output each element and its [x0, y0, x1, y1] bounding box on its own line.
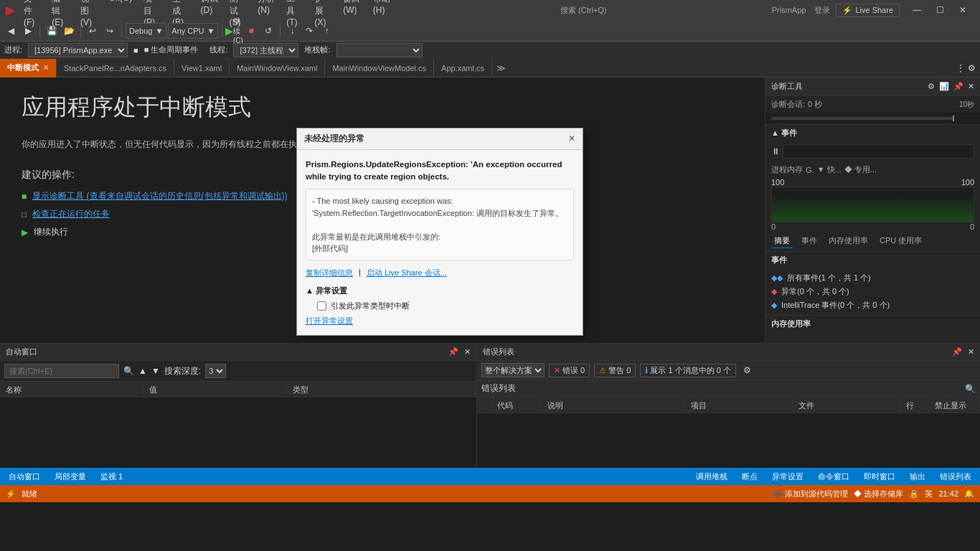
diag-settings-icon[interactable]: ⚙	[928, 82, 935, 91]
restart-button[interactable]: ↺	[260, 23, 276, 39]
info-count-badge[interactable]: ℹ 展示 1 个消息中的 0 个	[640, 364, 735, 377]
tab-command[interactable]: 命令窗口	[815, 470, 852, 484]
tab-stackpanel[interactable]: StackPanelRe...nAdapters.cs	[57, 59, 174, 77]
tab-output[interactable]: 输出	[907, 470, 928, 484]
notification-icon[interactable]: 🔔	[964, 489, 974, 499]
pause-icon[interactable]: ⏸	[771, 146, 780, 156]
sort-down-icon[interactable]: ▼	[151, 366, 160, 376]
exception-title: Prism.Regions.UpdateRegionsException: 'A…	[306, 159, 574, 184]
step-over-button[interactable]: ↷	[301, 23, 317, 39]
errors-pin[interactable]: 📌	[952, 347, 962, 357]
diag-tabs: 摘要 事件 内存使用率 CPU 使用率	[765, 231, 980, 251]
step-out-button[interactable]: ↑	[319, 23, 334, 39]
step-into-button[interactable]: ↓	[284, 23, 300, 39]
tab-view1[interactable]: View1.xaml	[174, 59, 230, 77]
tab-break-mode[interactable]: 中断模式 ✕	[0, 59, 57, 77]
close-button[interactable]: ✕	[951, 0, 974, 20]
depth-select[interactable]: 3	[205, 364, 226, 378]
forward-button[interactable]: ▶	[20, 23, 36, 39]
process-select[interactable]: [13956] PrismApp.exe	[28, 43, 128, 57]
dialog-title-bar: 未经处理的异常 ✕	[297, 128, 583, 150]
errors-search-icon[interactable]: 🔍	[965, 384, 976, 394]
open-exception-settings-link[interactable]: 打开异常设置	[306, 316, 353, 325]
tab-call-stack[interactable]: 调用堆栈	[693, 470, 730, 484]
login-button[interactable]: 登录	[814, 5, 830, 16]
settings-header[interactable]: ▲ 异常设置	[306, 286, 574, 296]
error-count-badge[interactable]: ✕ 错误 0	[549, 364, 590, 377]
diag-tab-events[interactable]: 事件	[798, 234, 820, 248]
menu-help[interactable]: 帮助(H)	[368, 0, 395, 29]
tab-local-vars[interactable]: 局部变量	[52, 470, 89, 484]
errors-search-label: 错误列表	[481, 382, 516, 395]
mem-values-row: 100 100	[765, 178, 980, 187]
tab-mainwindow[interactable]: MainWindowView.xaml	[230, 59, 325, 77]
tab-errors[interactable]: 错误列表	[937, 470, 974, 484]
live-share-button[interactable]: ⚡ Live Share	[836, 4, 900, 17]
auto-panel-close[interactable]: ✕	[464, 347, 471, 357]
diag-tab-memory[interactable]: 内存使用率	[826, 234, 871, 248]
diag-time-label: 10秒	[959, 100, 974, 110]
tab-auto-window[interactable]: 自动窗口	[6, 470, 43, 484]
diag-tab-summary[interactable]: 摘要	[771, 234, 793, 248]
tab-breakpoints[interactable]: 断点	[739, 470, 760, 484]
search-bar[interactable]: 搜索 (Ctrl+Q)	[395, 5, 772, 16]
restore-button[interactable]: ☐	[928, 0, 951, 20]
back-button[interactable]: ◀	[3, 23, 19, 39]
diag-close-icon[interactable]: ✕	[968, 82, 974, 91]
source-control-label[interactable]: ➕ 添加到源代码管理	[773, 489, 848, 499]
tab-immediate[interactable]: 即时窗口	[861, 470, 898, 484]
redo-button[interactable]: ↪	[102, 23, 118, 39]
exception-detail[interactable]: - The most likely causing exception was:…	[306, 189, 574, 260]
tab-overflow-button[interactable]: ≫	[492, 63, 510, 73]
diag-events-header: 事件	[765, 251, 980, 268]
minimize-button[interactable]: —	[905, 0, 928, 20]
errors-search-row: 错误列表 🔍	[477, 380, 980, 397]
diag-pin-icon[interactable]: 📌	[953, 82, 963, 91]
break-on-exception-checkbox[interactable]	[317, 301, 326, 311]
mem-scale-row: 0 0	[765, 222, 980, 231]
stop-button[interactable]: ■	[243, 23, 259, 39]
diag-tab-cpu[interactable]: CPU 使用率	[877, 234, 925, 248]
stack-select[interactable]	[336, 43, 423, 57]
info-icon: ℹ	[645, 366, 648, 375]
save-all-button[interactable]: 💾	[44, 23, 60, 39]
continue-button[interactable]: ▶ 继续(C)	[226, 23, 242, 39]
warning-count-badge[interactable]: ⚠ 警告 0	[594, 364, 636, 377]
live-share-dialog-link[interactable]: 启动 Live Share 会话...	[367, 268, 447, 278]
thread-select[interactable]: [372] 主线程	[233, 43, 298, 57]
lock-icon[interactable]: 🔒	[909, 489, 919, 499]
ready-icon: ⚡	[6, 489, 16, 499]
auto-panel-pin[interactable]: 📌	[448, 347, 458, 357]
tab-break-close[interactable]: ✕	[43, 64, 49, 72]
ready-label: 就绪	[22, 489, 37, 499]
auto-search-input[interactable]	[4, 364, 119, 378]
warning-icon: ⚠	[599, 366, 606, 375]
tab-exception-settings[interactable]: 异常设置	[769, 470, 806, 484]
sort-up-icon[interactable]: ▲	[138, 366, 147, 376]
cpu-label: Any CPU	[171, 27, 204, 35]
break-on-exception-row: 引发此异常类型时中断	[317, 301, 574, 311]
diag-session-value: 0 秒	[808, 99, 822, 110]
diag-toolbar-icon[interactable]: 📊	[939, 82, 949, 91]
mem-usage-title: 内存使用率	[765, 315, 980, 332]
errors-filter-icon[interactable]: ⚙	[743, 365, 751, 375]
debug-mode-dropdown[interactable]: Debug ▼	[126, 23, 166, 39]
copy-details-link[interactable]: 复制详细信息	[306, 268, 353, 278]
tab-settings-icon[interactable]: ⚙	[968, 63, 976, 73]
tab-watch-1[interactable]: 监视 1	[98, 470, 126, 484]
col-code: 代码	[491, 397, 542, 413]
menu-window[interactable]: 窗口(W)	[338, 0, 367, 29]
cpu-dropdown[interactable]: Any CPU ▼	[168, 23, 218, 39]
tab-app[interactable]: App.xaml.cs	[434, 59, 492, 77]
mem-zero-left: 0	[771, 222, 776, 231]
tab-viewmodel[interactable]: MainWindowViewModel.cs	[325, 59, 434, 77]
lifecycle-icon: ■	[133, 46, 138, 55]
errors-close[interactable]: ✕	[968, 347, 974, 357]
errors-scope-select[interactable]: 整个解决方案	[481, 363, 545, 377]
tab-list-icon[interactable]: ⋮	[956, 63, 965, 73]
dialog-close-icon[interactable]: ✕	[568, 133, 575, 143]
open-button[interactable]: 📂	[61, 23, 77, 39]
store-label[interactable]: ◆ 选择存储库	[854, 489, 903, 499]
undo-button[interactable]: ↩	[85, 23, 100, 39]
col-name: 名称	[0, 382, 143, 397]
